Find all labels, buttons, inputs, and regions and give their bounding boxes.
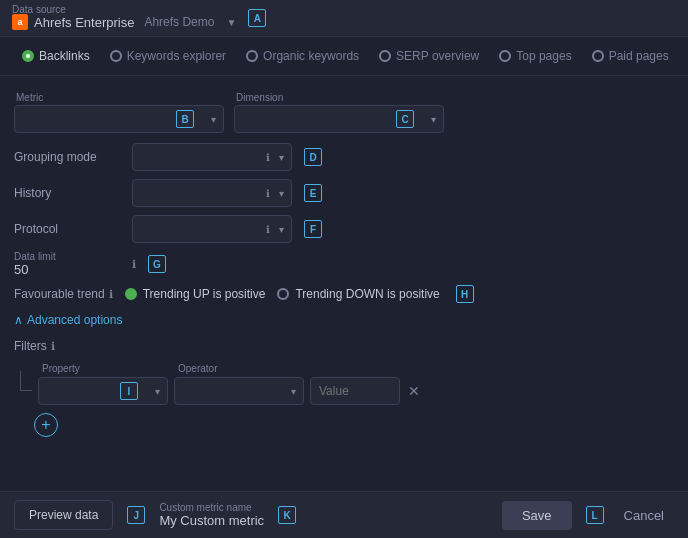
grouping-mode-label: Grouping mode <box>14 150 124 164</box>
cancel-button[interactable]: Cancel <box>614 501 674 530</box>
tab-organic-radio <box>246 50 258 62</box>
tab-serp-radio <box>379 50 391 62</box>
trend-up-option[interactable]: Trending UP is positive <box>125 287 266 301</box>
property-label: Property <box>42 363 80 374</box>
tab-keywords-radio <box>110 50 122 62</box>
filter-close-button[interactable]: ✕ <box>406 381 422 401</box>
filters-section: Filters ℹ Property ▾ I Operator <box>14 339 674 437</box>
filter-bracket-container: Property ▾ I Operator ▾ <box>20 361 674 405</box>
operator-select[interactable] <box>174 377 304 405</box>
protocol-select-container: ℹ ▾ <box>132 215 292 243</box>
tab-serp-overview[interactable]: SERP overview <box>369 45 489 67</box>
history-select-container: ℹ ▾ <box>132 179 292 207</box>
protocol-row: Protocol ℹ ▾ F <box>14 215 674 243</box>
protocol-select[interactable] <box>132 215 292 243</box>
trend-down-radio <box>277 288 289 300</box>
badge-l: L <box>586 506 604 524</box>
custom-metric-name-value: My Custom metric <box>159 513 264 528</box>
badge-a: A <box>248 9 266 27</box>
badge-e: E <box>304 184 322 202</box>
property-select[interactable] <box>38 377 168 405</box>
badge-j: J <box>127 506 145 524</box>
property-field: Property ▾ I <box>38 377 168 405</box>
advanced-chevron-icon: ∧ <box>14 313 23 327</box>
tab-paid-pages[interactable]: Paid pages <box>582 45 679 67</box>
trend-up-label: Trending UP is positive <box>143 287 266 301</box>
badge-d: D <box>304 148 322 166</box>
main-content: Metric ▾ B Dimension ▾ C Grouping mode <box>0 76 688 459</box>
data-limit-label-group: Data limit 50 <box>14 251 124 277</box>
tab-keywords-explorer[interactable]: Keywords explorer <box>100 45 236 67</box>
history-label: History <box>14 186 124 200</box>
trend-down-option[interactable]: Trending DOWN is positive <box>277 287 439 301</box>
data-limit-label: Data limit <box>14 251 124 262</box>
datasource-chevron-icon: ▼ <box>226 17 236 28</box>
operator-label: Operator <box>178 363 217 374</box>
tab-organic-keywords[interactable]: Organic keywords <box>236 45 369 67</box>
filter-value-input[interactable] <box>310 377 400 405</box>
grouping-mode-select[interactable] <box>132 143 292 171</box>
dimension-select-wrapper: ▾ C <box>234 105 444 133</box>
history-select[interactable] <box>132 179 292 207</box>
bottom-bar: Preview data J Custom metric name My Cus… <box>0 491 688 538</box>
trend-down-label: Trending DOWN is positive <box>295 287 439 301</box>
grouping-mode-select-container: ℹ ▾ <box>132 143 292 171</box>
badge-i: I <box>120 382 138 400</box>
custom-metric-name-label: Custom metric name <box>159 502 264 513</box>
custom-metric-area: Custom metric name My Custom metric <box>159 502 264 528</box>
data-source-brand: Ahrefs Enterprise <box>34 15 134 30</box>
trend-info-icon: ℹ <box>109 288 113 301</box>
filter-fields-row: Property ▾ I Operator ▾ <box>38 361 422 405</box>
data-source-sub: Ahrefs Demo <box>144 15 214 29</box>
advanced-options-label: Advanced options <box>27 313 122 327</box>
tab-paid-radio <box>592 50 604 62</box>
tab-backlinks[interactable]: Backlinks <box>12 45 100 67</box>
data-limit-row: Data limit 50 ℹ G <box>14 251 674 277</box>
metric-label: Metric <box>14 92 224 103</box>
tab-backlinks-radio <box>22 50 34 62</box>
data-source-label: Data source <box>12 4 66 15</box>
metric-select-wrapper: ▾ B <box>14 105 224 133</box>
advanced-options-link[interactable]: ∧ Advanced options <box>14 313 674 327</box>
save-button[interactable]: Save <box>502 501 572 530</box>
tab-top-pages[interactable]: Top pages <box>489 45 581 67</box>
trend-label: Favourable trend ℹ <box>14 287 113 301</box>
protocol-label: Protocol <box>14 222 124 236</box>
nav-tabs: Backlinks Keywords explorer Organic keyw… <box>0 37 688 76</box>
filter-bracket-line <box>20 371 32 391</box>
grouping-mode-row: Grouping mode ℹ ▾ D <box>14 143 674 171</box>
badge-f: F <box>304 220 322 238</box>
tab-top-radio <box>499 50 511 62</box>
operator-field: Operator ▾ <box>174 377 304 405</box>
data-source-select[interactable]: a Ahrefs Enterprise Ahrefs Demo ▼ <box>12 14 236 30</box>
dimension-label: Dimension <box>234 92 444 103</box>
badge-k: K <box>278 506 296 524</box>
data-source-bar: Data source a Ahrefs Enterprise Ahrefs D… <box>0 0 688 37</box>
preview-data-button[interactable]: Preview data <box>14 500 113 530</box>
filters-label: Filters ℹ <box>14 339 674 353</box>
ahrefs-icon: a <box>12 14 28 30</box>
add-filter-button[interactable]: + <box>34 413 58 437</box>
data-limit-info-icon: ℹ <box>132 258 136 271</box>
trend-up-radio <box>125 288 137 300</box>
badge-g: G <box>148 255 166 273</box>
badge-b: B <box>176 110 194 128</box>
badge-c: C <box>396 110 414 128</box>
history-row: History ℹ ▾ E <box>14 179 674 207</box>
data-limit-value: 50 <box>14 262 28 277</box>
badge-h: H <box>456 285 474 303</box>
filters-info-icon: ℹ <box>51 340 55 353</box>
favourable-trend-row: Favourable trend ℹ Trending UP is positi… <box>14 285 674 303</box>
